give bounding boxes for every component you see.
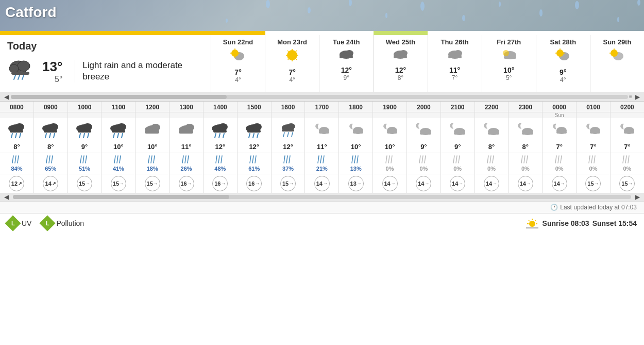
wind-speed: 14 xyxy=(486,180,492,187)
uv-indicator[interactable]: L UV xyxy=(7,218,31,229)
scroll-track-bottom[interactable] xyxy=(13,195,631,199)
wind-row: 14→ xyxy=(509,174,542,193)
hour-col-0000[interactable]: 0000 Sun 7° 0% 14→ xyxy=(543,102,577,193)
wind-circle: 14→ xyxy=(518,176,533,191)
svg-line-171 xyxy=(521,156,522,163)
scroll-left-arrow-bottom[interactable]: ◀ xyxy=(2,193,11,201)
hour-col-1300[interactable]: 1300 11° 26% 16→ xyxy=(170,102,204,193)
hour-col-0900[interactable]: 0900 8° 65% 14↗ xyxy=(34,102,68,193)
today-label: Today xyxy=(7,40,204,52)
wind-speed: 14 xyxy=(418,180,424,187)
hour-col-1000[interactable]: 1000 9° 51% 15→ xyxy=(68,102,102,193)
forecast-day-fri27[interactable]: Fri 27th 10° 5° xyxy=(482,35,536,92)
hour-col-2000[interactable]: 2000 9° 0% 14→ xyxy=(407,102,441,193)
hour-col-1100[interactable]: 1100 10° 41% 15→ xyxy=(101,102,135,193)
wind-circle: 14→ xyxy=(450,176,465,191)
svg-line-63 xyxy=(12,156,13,163)
svg-line-119 xyxy=(221,156,222,163)
hour-col-0800[interactable]: 0800 8° 84% 12↗ xyxy=(0,102,34,193)
svg-line-127 xyxy=(250,156,251,163)
sunset-text: Sunset 15:54 xyxy=(592,219,637,227)
hour-weather-icon xyxy=(272,118,305,143)
hour-weather-icon xyxy=(441,118,474,143)
svg-line-70 xyxy=(45,134,46,138)
hour-col-1800[interactable]: 1800 10° 13% 13→ xyxy=(339,102,373,193)
svg-line-135 xyxy=(292,133,293,137)
svg-point-14 xyxy=(9,64,19,73)
hour-weather-icon xyxy=(238,118,271,143)
hour-col-1200[interactable]: 1200 10° 18% 15→ xyxy=(135,102,170,193)
svg-rect-89 xyxy=(112,130,125,133)
wind-row: 16→ xyxy=(204,174,237,193)
fday-low-sat28: 4° xyxy=(538,76,588,84)
sunrise-icon xyxy=(525,218,539,229)
hour-col-2200[interactable]: 2200 8° 0% 14→ xyxy=(475,102,509,193)
wind-speed: 16 xyxy=(214,180,221,187)
hour-col-0100[interactable]: 0100 7° 0% 15→ xyxy=(577,102,611,193)
wind-row: 14→ xyxy=(407,174,440,193)
svg-line-148 xyxy=(357,156,358,163)
rain-row: 61% xyxy=(238,153,271,174)
fday-name-sun29: Sun 29th xyxy=(592,38,642,46)
bottom-scrollbar[interactable]: ◀ ▶ xyxy=(0,193,644,201)
svg-rect-79 xyxy=(78,130,91,133)
scroll-thumb-bottom[interactable] xyxy=(13,195,229,199)
no-rain-icon xyxy=(588,155,598,163)
svg-line-142 xyxy=(320,156,321,163)
wind-circle: 15→ xyxy=(280,176,296,191)
hour-col-2300[interactable]: 2300 8° 0% 14→ xyxy=(509,102,543,193)
fday-low-sun22: 4° xyxy=(213,76,263,84)
scroll-track-top[interactable] xyxy=(11,95,628,99)
scroll-right-arrow[interactable]: ▶ xyxy=(633,93,642,101)
svg-line-126 xyxy=(257,134,258,138)
svg-point-57 xyxy=(15,123,24,130)
pollution-badge-label: L xyxy=(46,220,49,226)
rain-pct: 0% xyxy=(611,166,644,172)
hour-weather-icon xyxy=(68,118,101,143)
pollution-indicator[interactable]: L Pollution xyxy=(42,218,84,229)
svg-line-133 xyxy=(283,133,284,137)
svg-line-156 xyxy=(419,156,420,163)
fday-name-thu26: Thu 26th xyxy=(430,38,480,46)
no-rain-icon xyxy=(486,155,497,163)
forecast-day-sat28[interactable]: Sat 28th 9° 4° xyxy=(536,35,590,92)
hour-col-0200[interactable]: 0200 7° 0% 15→ xyxy=(611,102,644,193)
svg-line-152 xyxy=(388,156,389,163)
wind-dir-arrow: → xyxy=(459,181,463,186)
svg-point-97 xyxy=(151,124,160,131)
hour-col-1400[interactable]: 1400 12° 48% 16→ xyxy=(204,102,238,193)
rain-row: 13% xyxy=(339,153,372,174)
svg-line-163 xyxy=(459,156,460,163)
svg-point-9 xyxy=(617,17,619,22)
hour-temp: 9° xyxy=(407,143,440,153)
svg-line-136 xyxy=(284,156,285,163)
scroll-left-arrow[interactable]: ◀ xyxy=(2,93,11,101)
hour-col-1500[interactable]: 1500 12° 61% 16→ xyxy=(238,102,272,193)
rain-row: 0% xyxy=(577,153,610,174)
forecast-day-wed25[interactable]: Wed 25th 12° 8° xyxy=(374,35,428,92)
forecast-day-sun29[interactable]: Sun 29th xyxy=(590,35,644,92)
fday-high-mon23: 7° xyxy=(267,68,317,76)
wind-dir-arrow: → xyxy=(425,181,429,186)
fday-icon-sat28 xyxy=(538,48,588,66)
hour-weather-icon xyxy=(543,118,576,143)
svg-rect-37 xyxy=(340,56,353,58)
rain-pct: 37% xyxy=(272,166,305,172)
forecast-day-sun22[interactable]: Sun 22nd 7° 4° xyxy=(211,35,265,92)
last-updated: Last updated today at 07:03 xyxy=(560,204,637,211)
svg-point-131 xyxy=(287,123,295,129)
hour-col-2100[interactable]: 2100 9° 0% 14→ xyxy=(441,102,475,193)
svg-line-178 xyxy=(561,156,562,163)
rain-pct: 0% xyxy=(373,166,406,172)
scroll-thumb-top[interactable] xyxy=(11,95,227,99)
scroll-right-arrow-bottom[interactable]: ▶ xyxy=(633,193,642,201)
hour-col-1700[interactable]: 1700 11° 21% 14→ xyxy=(305,102,339,193)
top-scrollbar[interactable]: ◀ ≡ ▶ xyxy=(0,92,644,102)
forecast-day-tue24[interactable]: Tue 24th 12° 9° xyxy=(319,35,374,92)
forecast-day-mon23[interactable]: Mon 23rd 7° 4° xyxy=(265,35,319,92)
hour-col-1600[interactable]: 1600 12° 37% 15→ xyxy=(272,102,306,193)
wind-speed: 14 xyxy=(452,180,458,187)
forecast-day-thu26[interactable]: Thu 26th 11° 7° xyxy=(428,35,482,92)
hour-col-1900[interactable]: 1900 10° 0% 14→ xyxy=(373,102,407,193)
hour-weather-icon xyxy=(577,118,610,143)
